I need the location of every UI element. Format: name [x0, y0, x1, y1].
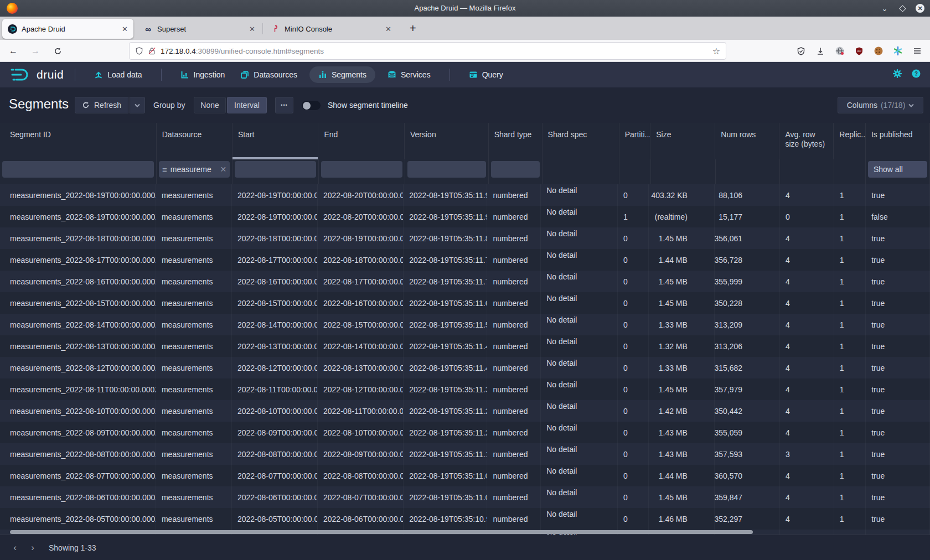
druid-logo[interactable]: druid [10, 68, 64, 82]
nav-item-datasources[interactable]: Datasources [240, 70, 297, 79]
cell: 0 [618, 292, 649, 314]
colorful-asterisk-extension-icon[interactable] [892, 45, 904, 57]
filter-cell [319, 159, 405, 184]
nav-item-load-data[interactable]: Load data [94, 70, 142, 79]
cell: measurements_2022-08-16T00:00:00.000Z... [0, 271, 156, 292]
url-text[interactable]: 172.18.0.4:30899/unified-console.html#se… [161, 47, 712, 55]
next-page-button[interactable]: › [25, 541, 40, 555]
column-header-end[interactable]: End [318, 123, 405, 159]
cell: measurements_2022-08-14T00:00:00.000Z... [0, 314, 156, 335]
column-header-segment-id[interactable]: Segment ID [0, 123, 157, 159]
cell: 0 [618, 271, 649, 292]
table-row[interactable]: measurements_2022-08-07T00:00:00.000Z...… [0, 465, 930, 486]
bookmark-star-icon[interactable]: ☆ [712, 46, 720, 56]
table-row[interactable]: measurements_2022-08-12T00:00:00.000Z...… [0, 357, 930, 378]
table-row[interactable]: measurements_2022-08-11T00:00:00.000Z...… [0, 378, 930, 400]
settings-gear-icon[interactable] [892, 69, 902, 81]
upload-icon [94, 70, 103, 79]
filter-input[interactable] [235, 161, 316, 178]
column-header-size[interactable]: Size [650, 123, 715, 159]
cell: 2022-08-19T05:35:11.9... [404, 184, 487, 206]
tab-close-icon[interactable]: ✕ [122, 25, 128, 33]
cell: measurements_2022-08-19T00:00:00.000Z... [0, 206, 156, 227]
column-header-start[interactable]: Start [232, 123, 319, 159]
nav-item-query[interactable]: Query [469, 70, 503, 79]
back-icon[interactable]: ← [7, 44, 20, 58]
nav-item-segments-active[interactable]: Segments [309, 66, 375, 83]
filter-input[interactable] [2, 161, 154, 178]
filter-cell: Show all [866, 159, 930, 184]
column-header-avg-row-size-bytes-[interactable]: Avg. row size (bytes) [779, 123, 834, 159]
reload-icon[interactable] [51, 44, 64, 58]
table-row[interactable]: measurements_2022-08-14T00:00:00.000Z...… [0, 314, 930, 335]
table-row[interactable]: measurements_2022-08-09T00:00:00.000Z...… [0, 422, 930, 443]
group-by-none-button[interactable]: None [194, 97, 226, 113]
column-header-num-rows[interactable]: Num rows [715, 123, 779, 159]
filter-chip-close-icon[interactable]: ✕ [220, 165, 227, 174]
cell: true [866, 378, 930, 400]
cell: numbered [487, 271, 541, 292]
cell: 1.44 MB [649, 249, 714, 271]
columns-button[interactable]: Columns (17/18) [838, 97, 923, 113]
table-row[interactable]: measurements_2022-08-13T00:00:00.000Z...… [0, 335, 930, 357]
help-icon[interactable]: ? [911, 69, 921, 81]
table-row[interactable]: measurements_2022-08-19T00:00:00.000Z...… [0, 206, 930, 227]
cell: 1.33 MB [649, 314, 714, 335]
more-options-button[interactable]: ••• [275, 97, 293, 113]
ublock-origin-icon[interactable]: uO [853, 45, 865, 57]
horizontal-scrollbar[interactable] [10, 530, 753, 534]
tab-superset[interactable]: ∞ Superset ✕ [138, 19, 261, 39]
refresh-button[interactable]: Refresh [75, 97, 128, 113]
cell: 2022-08-19T05:35:11.2... [404, 400, 487, 422]
table-row[interactable]: measurements_2022-08-16T00:00:00.000Z...… [0, 271, 930, 292]
table-row[interactable]: measurements_2022-08-10T00:00:00.000Z...… [0, 400, 930, 422]
nav-item-services[interactable]: Services [388, 70, 431, 79]
column-header-version[interactable]: Version [405, 123, 489, 159]
forward-icon[interactable]: → [29, 44, 42, 58]
close-window-icon[interactable]: ✕ [916, 4, 924, 13]
cell: 350,442 [715, 400, 780, 422]
table-row[interactable]: measurements_2022-08-19T00:00:00.000Z...… [0, 184, 930, 206]
minimize-icon[interactable]: ⌄ [880, 4, 889, 13]
group-by-interval-button[interactable]: Interval [227, 97, 267, 113]
column-header-replic-[interactable]: Replic... [834, 123, 866, 159]
menu-hamburger-icon[interactable] [911, 45, 923, 57]
cell: 2022-08-19T05:35:10.9... [404, 508, 487, 530]
url-bar[interactable]: 172.18.0.4:30899/unified-console.html#se… [129, 42, 726, 60]
new-tab-button[interactable]: + [410, 22, 416, 34]
column-header-shard-type[interactable]: Shard type [489, 123, 542, 159]
tab-close-icon[interactable]: ✕ [385, 25, 391, 33]
table-row[interactable]: measurements_2022-08-05T00:00:00.000Z...… [0, 508, 930, 530]
downloads-icon[interactable] [814, 45, 826, 57]
tab-close-icon[interactable]: ✕ [249, 25, 255, 33]
cell: 2022-08-14T00:00:00.0... [232, 314, 318, 335]
tab-apache-druid[interactable]: Apache Druid ✕ [2, 19, 133, 39]
table-row[interactable]: measurements_2022-08-08T00:00:00.000Z...… [0, 443, 930, 465]
nav-item-ingestion[interactable]: Ingestion [180, 70, 225, 79]
previous-page-button[interactable]: ‹ [8, 541, 22, 555]
column-header-is-published[interactable]: Is published [866, 123, 930, 159]
table-row[interactable]: measurements_2022-08-18T00:00:00.000Z...… [0, 227, 930, 249]
table-row[interactable]: measurements_2022-08-06T00:00:00.000Z...… [0, 486, 930, 508]
filter-input[interactable] [491, 161, 540, 178]
filter-input[interactable] [407, 161, 487, 178]
shield-icon[interactable] [135, 46, 143, 55]
cell: No detail [541, 443, 618, 465]
column-header-shard-spec[interactable]: Shard spec [542, 123, 619, 159]
account-shield-icon[interactable] [795, 45, 807, 57]
cookie-icon[interactable] [872, 45, 885, 57]
tab-minio-console[interactable]: MinIO Console ✕ [265, 19, 397, 39]
datasource-filter-chip[interactable]: ≡measureme✕ [159, 161, 230, 178]
maximize-icon[interactable] [899, 5, 906, 12]
refresh-dropdown-button[interactable] [130, 97, 145, 113]
table-row[interactable]: measurements_2022-08-15T00:00:00.000Z...… [0, 292, 930, 314]
table-row[interactable]: measurements_2022-08-17T00:00:00.000Z...… [0, 249, 930, 271]
cell: numbered [487, 422, 541, 443]
multi-account-containers-icon[interactable] [834, 45, 846, 57]
insecure-lock-icon[interactable] [148, 46, 156, 55]
column-header-partiti-[interactable]: Partiti... [619, 123, 651, 159]
is-published-filter-select[interactable]: Show all [868, 161, 927, 178]
segment-timeline-toggle[interactable] [302, 101, 321, 110]
column-header-datasource[interactable]: Datasource [157, 123, 232, 159]
filter-input[interactable] [321, 161, 402, 178]
